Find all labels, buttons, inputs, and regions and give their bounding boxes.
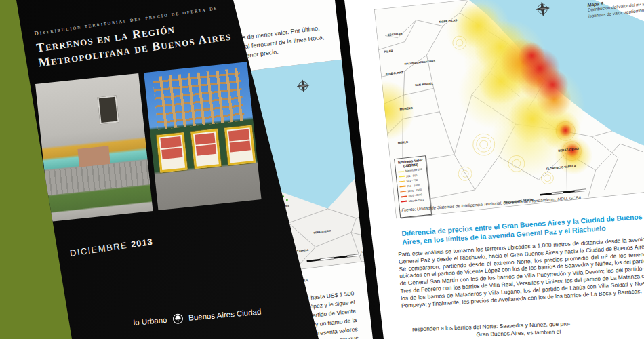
poster-board	[224, 125, 255, 165]
city-brand: Buenos Aires Ciudad	[188, 307, 262, 321]
document-spread: as de menor valor. Por último, s al ferr…	[0, 0, 644, 339]
legend-label: 501 - 750	[406, 178, 418, 183]
cover-date: DICIEMBRE 2013	[69, 237, 154, 258]
cover-title-block: Distribución territorial del precio de o…	[34, 0, 261, 70]
photo-construction	[144, 62, 261, 210]
timber-frame	[153, 68, 245, 130]
legend-label: 751 - 1000	[407, 183, 420, 188]
legend-label: Menos de 100	[405, 167, 422, 173]
legend-swatch	[399, 176, 405, 178]
house-window	[97, 95, 119, 124]
legend-swatch	[399, 186, 405, 188]
cover-photos	[35, 62, 262, 222]
poster-board	[157, 132, 187, 172]
poster-board	[190, 129, 221, 169]
legend-swatch	[399, 180, 405, 182]
body-paragraph-partial: responden a los barrios del Norte: Saave…	[401, 317, 644, 339]
legend-label: 101 - 500	[406, 174, 418, 178]
legend-swatch	[400, 191, 406, 193]
tree-logo-icon	[172, 313, 184, 325]
cover-date-month: DICIEMBRE	[69, 240, 128, 258]
legend-label: Más de 2501	[409, 198, 424, 203]
legend-row: Más de 2501	[401, 197, 428, 203]
metal-fence	[44, 160, 150, 196]
photo-house	[35, 73, 153, 222]
cover-date-year: 2013	[130, 237, 154, 250]
body-paragraph: Para este análisis se tomaron los terren…	[398, 235, 644, 309]
legend-label: 1001 - 1500	[407, 188, 422, 193]
legend-swatch	[401, 201, 407, 203]
legend-swatch	[401, 196, 407, 198]
valuation-map: TIGRE ISLAS ESCOBAR PILAR MALVINAS ARGEN…	[374, 0, 644, 218]
cover-footer: lo Urbano Buenos Aires Ciudad	[133, 306, 262, 328]
ministry-name-fragment: lo Urbano	[133, 316, 167, 327]
legend-label: 1501 - 2500	[408, 193, 422, 197]
legend-swatch	[398, 171, 404, 173]
